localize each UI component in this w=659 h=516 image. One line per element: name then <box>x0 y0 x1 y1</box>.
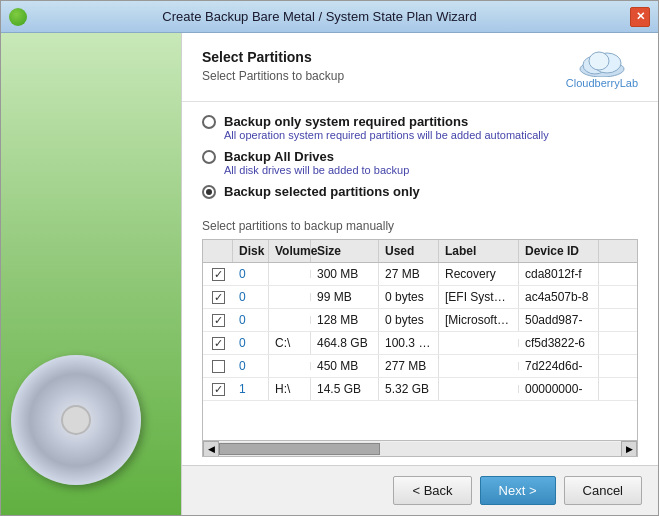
disk-link-row5[interactable]: 0 <box>239 359 246 373</box>
row1-volume <box>269 270 311 278</box>
option-system-partitions[interactable]: Backup only system required partitions A… <box>202 114 638 141</box>
title-bar: Create Backup Bare Metal / System State … <box>1 1 658 33</box>
table-row: 0 99 MB 0 bytes [EFI System] ac4a507b-8 <box>203 286 637 309</box>
option3-label: Backup selected partitions only <box>224 184 420 199</box>
cloud-logo-icon <box>577 49 627 77</box>
header-check-col <box>203 240 233 262</box>
scroll-track[interactable] <box>219 442 621 456</box>
row6-checkbox[interactable] <box>203 379 233 400</box>
row5-disk: 0 <box>233 355 269 377</box>
table-row: 0 C:\ 464.8 GB 100.3 GB cf5d3822-6 <box>203 332 637 355</box>
left-panel <box>1 33 181 515</box>
checkbox-row2[interactable] <box>212 291 225 304</box>
option-selected-partitions[interactable]: Backup selected partitions only <box>202 184 638 199</box>
disk-link-row2[interactable]: 0 <box>239 290 246 304</box>
content-area: Select Partitions Select Partitions to b… <box>1 33 658 515</box>
table-row: 1 H:\ 14.5 GB 5.32 GB 00000000- <box>203 378 637 401</box>
table-header: Disk Volume Size Used Label Device ID <box>203 240 637 263</box>
checkbox-row1[interactable] <box>212 268 225 281</box>
window-title: Create Backup Bare Metal / System State … <box>9 9 630 24</box>
row5-checkbox[interactable] <box>203 356 233 377</box>
back-button[interactable]: < Back <box>393 476 471 505</box>
cd-hole <box>61 405 91 435</box>
section-subtitle: Select Partitions to backup <box>202 69 344 83</box>
checkbox-row6[interactable] <box>212 383 225 396</box>
row3-volume <box>269 316 311 324</box>
header-size: Size <box>311 240 379 262</box>
row2-checkbox[interactable] <box>203 287 233 308</box>
row1-device: cda8012f-f <box>519 263 599 285</box>
row6-used: 5.32 GB <box>379 378 439 400</box>
radio-all-drives[interactable] <box>202 150 216 164</box>
row2-volume <box>269 293 311 301</box>
row3-used: 0 bytes <box>379 309 439 331</box>
scroll-thumb[interactable] <box>219 443 380 455</box>
header-label: Label <box>439 240 519 262</box>
table-label: Select partitions to backup manually <box>202 219 638 233</box>
row2-label: [EFI System] <box>439 286 519 308</box>
table-row: 0 450 MB 277 MB 7d224d6d- <box>203 355 637 378</box>
header-used: Used <box>379 240 439 262</box>
disk-link-row1[interactable]: 0 <box>239 267 246 281</box>
cd-icon <box>11 355 141 485</box>
row4-checkbox[interactable] <box>203 333 233 354</box>
row6-disk: 1 <box>233 378 269 400</box>
option2-content: Backup All Drives All disk drives will b… <box>224 149 409 176</box>
checkbox-row5[interactable] <box>212 360 225 373</box>
logo-text: CloudberryLab <box>566 77 638 89</box>
scroll-right-button[interactable]: ▶ <box>621 441 637 457</box>
row4-disk: 0 <box>233 332 269 354</box>
partition-table: Disk Volume Size Used Label Device ID 0 <box>202 239 638 457</box>
svg-point-3 <box>589 52 609 70</box>
header-volume: Volume <box>269 240 311 262</box>
row2-disk: 0 <box>233 286 269 308</box>
option-all-drives[interactable]: Backup All Drives All disk drives will b… <box>202 149 638 176</box>
row3-disk: 0 <box>233 309 269 331</box>
row5-used: 277 MB <box>379 355 439 377</box>
option1-label: Backup only system required partitions <box>224 114 549 129</box>
row1-label: Recovery <box>439 263 519 285</box>
horizontal-scrollbar[interactable]: ◀ ▶ <box>203 440 637 456</box>
row5-volume <box>269 362 311 370</box>
section-title: Select Partitions <box>202 49 344 65</box>
disk-link-row3[interactable]: 0 <box>239 313 246 327</box>
row6-device: 00000000- <box>519 378 599 400</box>
header-device-id: Device ID <box>519 240 599 262</box>
cd-decoration <box>11 355 151 495</box>
table-row: 0 128 MB 0 bytes [Microsoft R… 50add987- <box>203 309 637 332</box>
radio-system-partitions[interactable] <box>202 115 216 129</box>
row4-device: cf5d3822-6 <box>519 332 599 354</box>
row2-used: 0 bytes <box>379 286 439 308</box>
row5-label <box>439 362 519 370</box>
row6-volume: H:\ <box>269 378 311 400</box>
row3-device: 50add987- <box>519 309 599 331</box>
radio-selected-partitions[interactable] <box>202 185 216 199</box>
disk-link-row4[interactable]: 0 <box>239 336 246 350</box>
row1-disk: 0 <box>233 263 269 285</box>
row3-size: 128 MB <box>311 309 379 331</box>
main-window: Create Backup Bare Metal / System State … <box>0 0 659 516</box>
checkbox-row3[interactable] <box>212 314 225 327</box>
option2-label: Backup All Drives <box>224 149 409 164</box>
cancel-button[interactable]: Cancel <box>564 476 642 505</box>
row1-checkbox[interactable] <box>203 264 233 285</box>
disk-link-row6[interactable]: 1 <box>239 382 246 396</box>
option1-desc: All operation system required partitions… <box>224 129 549 141</box>
row2-size: 99 MB <box>311 286 379 308</box>
table-section: Select partitions to backup manually Dis… <box>182 219 658 465</box>
scroll-left-button[interactable]: ◀ <box>203 441 219 457</box>
row4-volume: C:\ <box>269 332 311 354</box>
checkbox-row4[interactable] <box>212 337 225 350</box>
next-button[interactable]: Next > <box>480 476 556 505</box>
row1-size: 300 MB <box>311 263 379 285</box>
close-button[interactable]: ✕ <box>630 7 650 27</box>
row3-checkbox[interactable] <box>203 310 233 331</box>
row1-used: 27 MB <box>379 263 439 285</box>
options-section: Backup only system required partitions A… <box>182 102 658 219</box>
row4-label <box>439 339 519 347</box>
row6-size: 14.5 GB <box>311 378 379 400</box>
row3-label: [Microsoft R… <box>439 309 519 331</box>
option1-content: Backup only system required partitions A… <box>224 114 549 141</box>
row4-size: 464.8 GB <box>311 332 379 354</box>
table-body: 0 300 MB 27 MB Recovery cda8012f-f 0 <box>203 263 637 440</box>
